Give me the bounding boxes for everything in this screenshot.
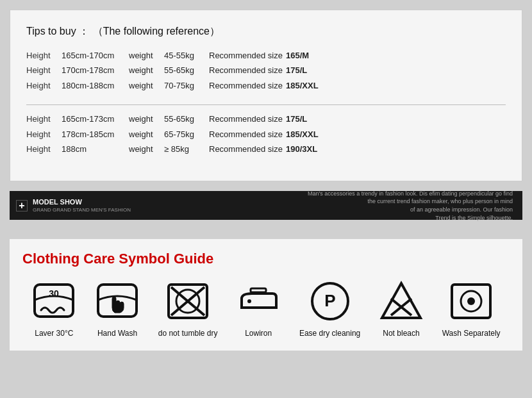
table-row: Height 165cm-170cm weight 45-55kg Recomm… (26, 48, 506, 63)
size-table: Height 165cm-170cm weight 45-55kg Recomm… (26, 48, 506, 156)
handwash-label: Hand Wash (97, 329, 137, 338)
care-icons-row: 30 Laver 30°C Hand Wash (22, 279, 510, 338)
rec-label: Recommended size (209, 78, 286, 93)
rec-value: 175/L (286, 63, 337, 78)
laver-label: Laver 30°C (35, 329, 73, 338)
washsep-icon (449, 279, 494, 324)
rec-label: Recommended size (209, 63, 286, 78)
lowiron-icon (236, 279, 281, 324)
height-label: Height (26, 63, 62, 78)
laver-icon: 30 (31, 279, 76, 324)
weight-label: weight (129, 112, 164, 126)
weight-label: weight (129, 48, 164, 63)
size-group-2: Height 165cm-173cm weight 55-65kg Recomm… (26, 112, 506, 156)
weight-label: weight (129, 127, 164, 142)
rec-value: 185/XXL (286, 127, 337, 142)
weight-value: 45-55kg (164, 48, 209, 63)
handwash-icon (95, 279, 140, 324)
notbleach-icon (379, 279, 424, 324)
svg-text:P: P (324, 291, 335, 310)
table-row: Height 180cm-188cm weight 70-75kg Recomm… (26, 78, 506, 93)
rec-label: Recommended size (209, 142, 286, 156)
notumble-icon (165, 279, 210, 324)
model-show-label: MODEL SHOW GRAND GRAND STAND MEN'S FASHI… (33, 198, 131, 213)
weight-value: 70-75kg (164, 78, 209, 93)
rec-label: Recommended size (209, 127, 286, 142)
height-label: Height (26, 78, 62, 93)
table-row: Height 170cm-178cm weight 55-65kg Recomm… (26, 63, 506, 78)
height-label: Height (26, 112, 62, 126)
height-value: 170cm-178cm (62, 63, 129, 78)
care-title: Clothing Care Symbol Guide (22, 251, 510, 267)
model-show-title: MODEL SHOW (33, 198, 82, 206)
height-label: Height (26, 48, 62, 63)
weight-value: 55-65kg (164, 112, 209, 126)
model-show-sublabel: GRAND GRAND STAND MEN'S FASHION (33, 207, 131, 213)
tips-subtitle: （The following reference） (93, 26, 220, 37)
care-item-notbleach: Not bleach (379, 279, 424, 338)
rec-label: Recommended size (209, 112, 286, 126)
lowiron-label: Lowiron (245, 329, 272, 338)
height-value: 165cm-170cm (62, 48, 129, 63)
table-row: Height 165cm-173cm weight 55-65kg Recomm… (26, 112, 506, 126)
weight-value: ≥ 85kg (164, 142, 209, 156)
svg-point-17 (467, 297, 475, 305)
rec-value: 185/XXL (286, 78, 337, 93)
care-section: Clothing Care Symbol Guide 30 Laver 30°C (10, 239, 522, 351)
notumble-label: do not tumble dry (158, 329, 218, 338)
height-label: Height (26, 127, 62, 142)
easydry-label: Ease dry cleaning (299, 329, 360, 338)
care-item-laver: 30 Laver 30°C (31, 279, 76, 338)
care-item-washsep: Wash Separately (442, 279, 501, 338)
rec-value: 175/L (286, 112, 337, 126)
tips-title: Tips to buy ： （The following reference） (26, 23, 506, 38)
table-row: Height 178cm-185cm weight 65-75kg Recomm… (26, 127, 506, 142)
rec-value: 165/M (286, 48, 337, 63)
model-show-desc: Man's accessories a trendy in fashion lo… (308, 190, 513, 222)
height-label: Height (26, 142, 62, 156)
svg-text:30: 30 (49, 288, 60, 299)
rec-label: Recommended size (209, 48, 286, 63)
weight-value: 55-65kg (164, 63, 209, 78)
care-item-handwash: Hand Wash (95, 279, 140, 338)
height-value: 178cm-185cm (62, 127, 129, 142)
gray-spacer (0, 220, 532, 239)
weight-label: weight (129, 142, 164, 156)
weight-value: 65-75kg (164, 127, 209, 142)
washsep-label: Wash Separately (442, 329, 501, 338)
table-divider (26, 104, 506, 105)
plus-icon: + (16, 200, 28, 211)
weight-label: weight (129, 78, 164, 93)
tips-section: Tips to buy ： （The following reference） … (10, 10, 522, 181)
rec-value: 190/3XL (286, 142, 337, 156)
svg-rect-9 (251, 288, 266, 292)
care-item-notumble: do not tumble dry (158, 279, 218, 338)
height-value: 165cm-173cm (62, 112, 129, 126)
size-group-1: Height 165cm-170cm weight 45-55kg Recomm… (26, 48, 506, 93)
model-show-bar: + MODEL SHOW GRAND GRAND STAND MEN'S FAS… (10, 191, 522, 220)
tips-main-label: Tips to buy ： (26, 26, 89, 37)
care-item-lowiron: Lowiron (236, 279, 281, 338)
height-value: 180cm-188cm (62, 78, 129, 93)
table-row: Height 188cm weight ≥ 85kg Recommended s… (26, 142, 506, 156)
svg-marker-12 (382, 283, 420, 318)
height-value: 188cm (62, 142, 129, 156)
notbleach-label: Not bleach (383, 329, 419, 338)
care-item-easydry: P Ease dry cleaning (299, 279, 360, 338)
easydry-icon: P (308, 279, 353, 324)
weight-label: weight (129, 63, 164, 78)
svg-point-8 (247, 299, 251, 303)
